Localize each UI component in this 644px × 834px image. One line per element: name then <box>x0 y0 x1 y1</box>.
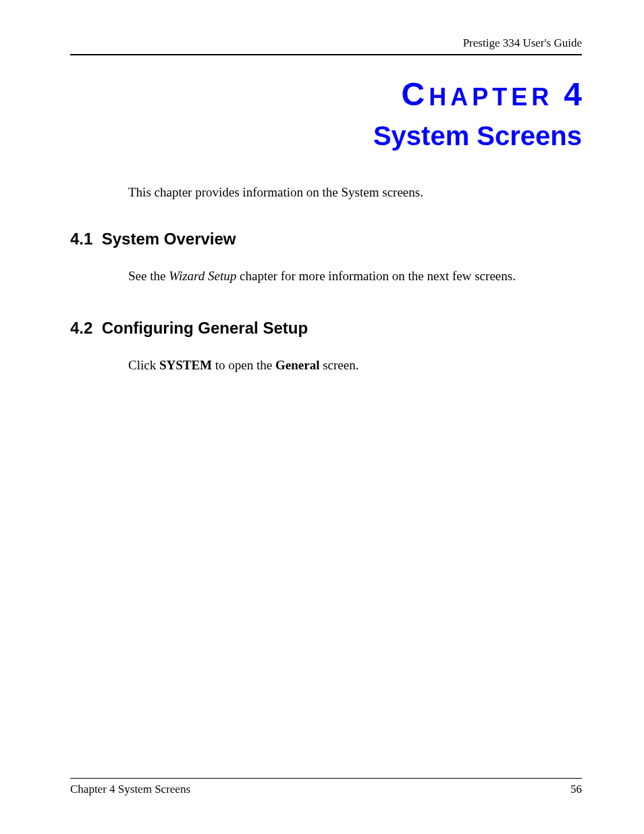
section-2-text-post: screen. <box>319 358 358 372</box>
chapter-label-rest: HAPTER <box>429 83 553 111</box>
footer-divider <box>70 778 582 779</box>
section-para-2: Click SYSTEM to open the General screen. <box>128 358 582 373</box>
section-1-text-post: chapter for more information on the next… <box>236 269 516 283</box>
chapter-title: System Screens <box>70 121 582 151</box>
chapter-number: 4 <box>564 76 582 112</box>
footer-row: Chapter 4 System Screens 56 <box>70 783 582 796</box>
section-2-bold-1: SYSTEM <box>159 358 212 372</box>
section-number-2: 4.2 <box>70 319 92 337</box>
header-guide-name: Prestige 334 User's Guide <box>70 36 582 54</box>
chapter-label: CHAPTER 4 <box>70 76 582 113</box>
chapter-heading: CHAPTER 4 System Screens <box>70 76 582 151</box>
footer-page-number: 56 <box>570 783 582 796</box>
page-footer: Chapter 4 System Screens 56 <box>70 778 582 796</box>
section-title-2: Configuring General Setup <box>102 319 308 337</box>
section-1-text-pre: See the <box>128 269 169 283</box>
section-heading-2: 4.2 Configuring General Setup <box>70 319 582 338</box>
section-heading-1: 4.1 System Overview <box>70 230 582 249</box>
section-para-1: See the Wizard Setup chapter for more in… <box>128 269 582 284</box>
chapter-label-cap: C <box>402 76 429 112</box>
header-divider <box>70 54 582 55</box>
footer-chapter-label: Chapter 4 System Screens <box>70 783 190 796</box>
section-2-bold-2: General <box>275 358 319 372</box>
section-1-italic: Wizard Setup <box>169 269 236 283</box>
section-title-1: System Overview <box>102 230 236 248</box>
section-2-text-mid: to open the <box>212 358 275 372</box>
section-number-1: 4.1 <box>70 230 92 248</box>
chapter-intro: This chapter provides information on the… <box>128 185 582 200</box>
section-2-text-pre: Click <box>128 358 159 372</box>
document-page: Prestige 334 User's Guide CHAPTER 4 Syst… <box>0 0 644 834</box>
